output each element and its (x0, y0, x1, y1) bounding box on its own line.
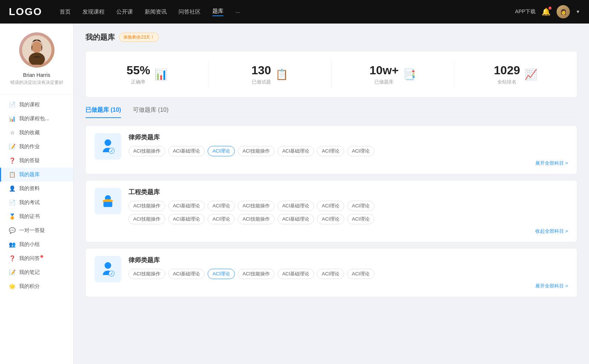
stat-icon: 📑 (403, 68, 416, 81)
trial-badge: 体验剩余23天！ (119, 33, 159, 42)
menu-label: 我的答疑 (19, 157, 40, 164)
expand-link[interactable]: 收起全部科目 > (128, 228, 568, 235)
sidebar-item[interactable]: 👥我的小组 (0, 238, 73, 251)
svg-point-10 (105, 262, 111, 269)
sidebar-item[interactable]: 💬一对一答疑 (0, 224, 73, 238)
sidebar-item[interactable]: 📄我的课程 (0, 98, 73, 112)
sidebar-item[interactable]: 📄我的考试 (0, 196, 73, 210)
stat-value: 10w+ (370, 63, 399, 77)
layout: Brian Harris 错误的决定比没有决定要好 📄我的课程📊我的课程包...… (0, 24, 589, 364)
menu-label: 我的证书 (19, 213, 40, 220)
stats-bar: 55% 正确率 📊 130 已做试题 📋 10w+ 已做题库 📑 1029 全站… (85, 51, 577, 97)
qbank-tag[interactable]: ACI技能操作 (128, 201, 165, 211)
qbank-tag[interactable]: ACI基础理论 (168, 269, 205, 279)
qbank-tag[interactable]: ACI理论 (208, 146, 235, 156)
qbank-card: ✓ 律师类题库 ACI技能操作ACI基础理论ACI理论ACI技能操作ACI基础理… (85, 248, 577, 297)
logo: LOGO (9, 6, 42, 18)
qbank-tag[interactable]: ACI基础理论 (278, 269, 314, 279)
sidebar-item[interactable]: 🏅我的证书 (0, 210, 73, 224)
menu-label: 我的考试 (19, 199, 40, 206)
sidebar-item[interactable]: 📝我的笔记 (0, 265, 73, 279)
sidebar-item[interactable]: ❓我的问答 (0, 251, 73, 265)
qbank-tag[interactable]: ACI技能操作 (238, 214, 275, 224)
nav-link[interactable]: 题库 (212, 8, 223, 16)
nav-link[interactable]: ··· (235, 9, 240, 15)
nav-link[interactable]: 公开课 (116, 8, 133, 15)
qbank-tag[interactable]: ACI基础理论 (168, 214, 205, 224)
sidebar-item[interactable]: 📝我的作业 (0, 140, 73, 154)
qbank-tag[interactable]: ACI理论 (208, 269, 235, 279)
qbank-tag[interactable]: ACI理论 (317, 201, 344, 211)
stat-text: 130 已做试题 (251, 63, 271, 85)
nav-link[interactable]: 发现课程 (82, 8, 105, 15)
menu-icon: 👤 (9, 185, 15, 192)
sidebar-item[interactable]: ☆我的收藏 (0, 126, 73, 140)
qbank-content: 工程类题库 ACI技能操作ACI基础理论ACI理论ACI技能操作ACI基础理论A… (128, 188, 568, 235)
app-download-button[interactable]: APP下载 (515, 8, 536, 15)
qbank-tag[interactable]: ACI理论 (347, 201, 374, 211)
qbank-tag[interactable]: ACI理论 (317, 214, 344, 224)
stat-item: 10w+ 已做题库 📑 (332, 60, 455, 88)
qbank-tag[interactable]: ACI技能操作 (128, 146, 165, 156)
qbank-tag[interactable]: ACI技能操作 (128, 269, 165, 279)
qbank-tag[interactable]: ACI理论 (317, 269, 344, 279)
menu-icon: 📄 (9, 199, 15, 206)
tab[interactable]: 可做题库 (10) (133, 106, 169, 118)
menu-icon: 👥 (9, 241, 15, 248)
qbank-tag[interactable]: ACI基础理论 (168, 146, 205, 156)
qbank-title: 工程类题库 (128, 188, 568, 196)
tab[interactable]: 已做题库 (10) (85, 106, 121, 118)
expand-link[interactable]: 展开全部科目 > (128, 283, 568, 289)
qbank-tag[interactable]: ACI基础理论 (278, 146, 314, 156)
menu-icon: ❓ (9, 255, 15, 262)
sidebar-item[interactable]: 🌟我的积分 (0, 279, 73, 293)
svg-point-1 (32, 41, 42, 53)
avatar-chevron-icon[interactable]: ▼ (576, 9, 580, 14)
stat-value: 130 (251, 63, 271, 77)
stat-label: 已做题库 (370, 79, 399, 85)
svg-text:✓: ✓ (110, 149, 113, 153)
qbank-tag[interactable]: ACI基础理论 (278, 214, 314, 224)
nav-link[interactable]: 新闻资讯 (145, 8, 167, 15)
menu-label: 我的问答 (19, 255, 43, 262)
stat-item: 55% 正确率 📊 (86, 60, 209, 88)
qbank-tag[interactable]: ACI理论 (347, 214, 374, 224)
sidebar-item[interactable]: 👤我的资料 (0, 182, 73, 196)
nav-link[interactable]: 问答社区 (179, 8, 201, 15)
qbank-tag[interactable]: ACI理论 (317, 146, 344, 156)
qbank-card-inner: ✓ 律师类题库 ACI技能操作ACI基础理论ACI理论ACI技能操作ACI基础理… (95, 133, 568, 167)
menu-icon: 📝 (9, 143, 15, 150)
qbank-tag[interactable]: ACI理论 (347, 146, 374, 156)
sidebar-item[interactable]: 📊我的课程包... (0, 112, 73, 126)
menu-icon: 💬 (9, 227, 15, 234)
notification-bell[interactable]: 🔔 (542, 7, 551, 16)
qbank-tag[interactable]: ACI技能操作 (238, 269, 275, 279)
nav-link[interactable]: 首页 (60, 8, 71, 15)
sidebar-item[interactable]: ❓我的答疑 (0, 154, 73, 168)
qbank-tag[interactable]: ACI基础理论 (278, 201, 314, 211)
sidebar-avatar (19, 32, 54, 68)
qbank-tag[interactable]: ACI技能操作 (238, 201, 275, 211)
user-avatar[interactable]: 👩 (557, 5, 570, 18)
qbank-tag[interactable]: ACI理论 (208, 214, 235, 224)
menu-label: 我的资料 (19, 185, 40, 192)
menu-label: 我的笔记 (19, 269, 40, 276)
menu-icon: 🌟 (9, 283, 15, 290)
nav-right: APP下载 🔔 👩 ▼ (515, 5, 580, 18)
qbank-icon: ✓ (95, 133, 121, 160)
menu-label: 我的课程 (19, 101, 40, 108)
qbank-tag[interactable]: ACI理论 (208, 201, 235, 211)
stat-label: 正确率 (127, 79, 150, 85)
qbank-tag[interactable]: ACI技能操作 (128, 214, 165, 224)
qbank-tag[interactable]: ACI技能操作 (238, 146, 275, 156)
sidebar-item[interactable]: 📋我的题库 (0, 168, 73, 182)
qbank-tag[interactable]: ACI理论 (347, 269, 374, 279)
page-header: 我的题库 体验剩余23天！ (85, 32, 577, 42)
stat-value: 1029 (494, 63, 520, 77)
qbank-content: 律师类题库 ACI技能操作ACI基础理论ACI理论ACI技能操作ACI基础理论A… (128, 256, 568, 289)
qbank-tag[interactable]: ACI基础理论 (168, 201, 205, 211)
expand-link[interactable]: 展开全部科目 > (128, 160, 568, 167)
svg-point-3 (105, 139, 111, 146)
avatar-placeholder (19, 32, 54, 68)
menu-icon: 📝 (9, 269, 15, 276)
